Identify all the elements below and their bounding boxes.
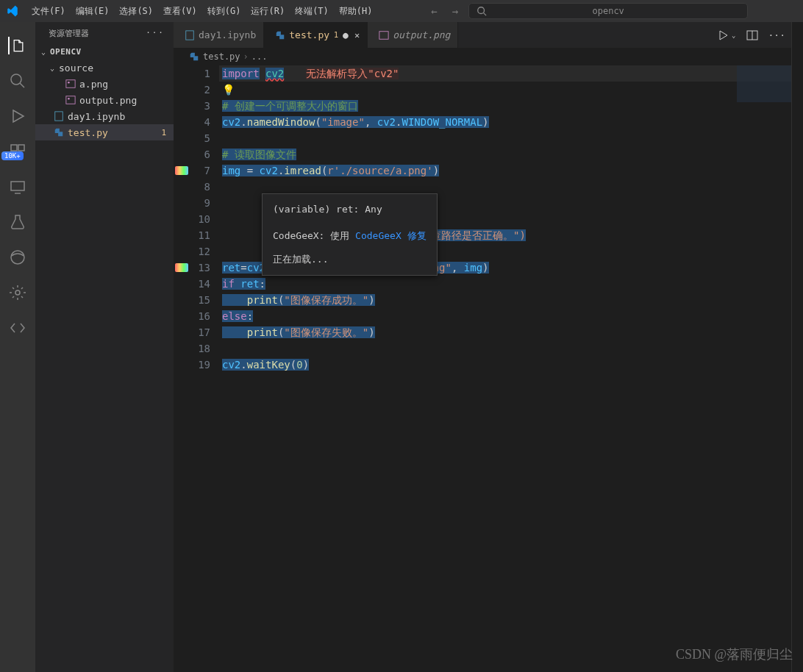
- image-file-icon: [378, 29, 390, 41]
- inline-error: 无法解析导入"cv2": [306, 68, 399, 79]
- svg-point-0: [478, 7, 485, 14]
- gutter-decoration-icon[interactable]: [174, 162, 190, 179]
- menu-selection[interactable]: 选择(S): [114, 5, 158, 18]
- code-token: # 读取图像文件: [222, 149, 296, 160]
- search-text: opencv: [593, 6, 624, 16]
- tab-outputpng[interactable]: output.png: [368, 22, 458, 48]
- menu-terminal[interactable]: 终端(T): [290, 5, 334, 18]
- tree-folder-source[interactable]: ⌄ source: [35, 60, 174, 76]
- tab-warning-badge: 1: [334, 31, 338, 39]
- svg-rect-11: [66, 80, 75, 88]
- menu-help[interactable]: 帮助(H): [334, 5, 378, 18]
- python-file-icon: [274, 29, 286, 41]
- nav-back-icon[interactable]: ←: [427, 5, 441, 17]
- menu-edit[interactable]: 编辑(E): [71, 5, 115, 18]
- tree-file-outputpng[interactable]: output.png: [35, 92, 174, 108]
- gutter-decoration-icon[interactable]: [174, 260, 190, 276]
- tree-file-apng[interactable]: a.png: [35, 76, 174, 92]
- titlebar: 文件(F) 编辑(E) 选择(S) 查看(V) 转到(G) 运行(R) 终端(T…: [0, 0, 803, 22]
- chevron-down-icon: ⌄: [50, 64, 59, 72]
- tree-file-day1[interactable]: day1.ipynb: [35, 108, 174, 124]
- codegeex-fix-link[interactable]: CodeGeeX 修复: [355, 230, 426, 241]
- tab-day1[interactable]: day1.ipynb: [174, 22, 264, 48]
- warning-count: 1: [161, 128, 166, 137]
- run-icon[interactable]: [717, 29, 729, 41]
- code-token: # 创建一个可调整大小的窗口: [222, 100, 358, 112]
- menu-view[interactable]: 查看(V): [158, 5, 202, 18]
- watermark: CSDN @落雨便归尘: [676, 646, 793, 663]
- svg-rect-17: [379, 31, 388, 39]
- hover-tooltip: (variable) ret: Any CodeGeeX: 使用 CodeGee…: [262, 193, 438, 276]
- svg-rect-13: [66, 96, 75, 104]
- chevron-down-icon: ⌄: [41, 48, 50, 56]
- svg-line-1: [484, 13, 487, 16]
- svg-line-3: [20, 83, 24, 87]
- split-editor-icon[interactable]: [746, 29, 758, 41]
- activity-bar: [0, 22, 35, 672]
- badge-10k: 10K+: [1, 151, 24, 160]
- sidebar: 资源管理器 ··· ⌄ OPENCV ⌄ source a.png output…: [35, 22, 174, 672]
- code-token: import: [222, 68, 260, 79]
- hover-codegeex: CodeGeeX: 使用 CodeGeeX 修复: [273, 228, 427, 244]
- image-file-icon: [65, 78, 76, 90]
- close-tab-icon[interactable]: ✕: [354, 30, 360, 40]
- more-actions-icon[interactable]: ···: [768, 29, 785, 40]
- command-center[interactable]: opencv: [468, 3, 748, 19]
- line-numbers: 123 456 789 101112 131415 161718 19: [190, 65, 219, 672]
- chevron-right-icon: ›: [243, 51, 249, 62]
- tree-file-testpy[interactable]: test.py 1: [35, 124, 174, 140]
- code-editor[interactable]: 123 456 789 101112 131415 161718 19 impo…: [174, 65, 791, 672]
- remote-icon[interactable]: [9, 178, 26, 196]
- editor-area: day1.ipynb test.py 1 ● ✕ output.png ⌄ ··…: [174, 22, 791, 672]
- minimap[interactable]: [737, 65, 791, 102]
- file-tree: ⌄ OPENCV ⌄ source a.png output.png day1.…: [35, 43, 174, 140]
- svg-rect-5: [18, 145, 24, 151]
- code-brackets-icon[interactable]: [9, 319, 26, 337]
- right-rail: [791, 22, 803, 672]
- dirty-dot-icon: ●: [343, 29, 349, 40]
- search-icon: [477, 6, 487, 16]
- python-file-icon: [188, 51, 200, 62]
- svg-rect-16: [186, 30, 194, 39]
- breadcrumb[interactable]: test.py › ...: [174, 48, 791, 65]
- image-file-icon: [65, 94, 76, 106]
- svg-point-12: [68, 82, 70, 84]
- svg-rect-4: [11, 145, 17, 151]
- hover-loading: 正在加载...: [273, 251, 427, 268]
- tab-bar: day1.ipynb test.py 1 ● ✕ output.png ⌄ ··…: [174, 22, 791, 48]
- code-token: cv2: [265, 68, 284, 79]
- svg-point-2: [11, 74, 21, 85]
- run-debug-icon[interactable]: [9, 107, 26, 125]
- hover-signature: (variable) ret: Any: [273, 201, 427, 218]
- testing-icon[interactable]: [9, 213, 26, 231]
- settings-gear-icon[interactable]: [9, 284, 26, 301]
- menu-go[interactable]: 转到(G): [202, 5, 246, 18]
- svg-point-14: [68, 98, 70, 100]
- svg-rect-15: [55, 112, 63, 121]
- vscode-logo-icon: [6, 4, 19, 18]
- tab-testpy[interactable]: test.py 1 ● ✕: [264, 22, 368, 48]
- menu-file[interactable]: 文件(F): [26, 5, 71, 18]
- tree-root[interactable]: ⌄ OPENCV: [35, 43, 174, 60]
- svg-point-10: [15, 290, 20, 295]
- notebook-file-icon: [184, 29, 196, 41]
- explorer-icon[interactable]: [8, 37, 26, 54]
- notebook-file-icon: [53, 110, 65, 122]
- sidebar-more-icon[interactable]: ···: [146, 28, 165, 39]
- menu-run[interactable]: 运行(R): [246, 5, 290, 18]
- run-dropdown-icon[interactable]: ⌄: [732, 32, 735, 39]
- search-nav-icon[interactable]: [9, 72, 26, 90]
- nav-forward-icon[interactable]: →: [448, 5, 463, 17]
- svg-point-9: [11, 251, 24, 264]
- sidebar-title: 资源管理器: [49, 28, 89, 39]
- edge-icon[interactable]: [9, 249, 26, 266]
- lightbulb-icon[interactable]: 💡: [222, 84, 235, 96]
- svg-rect-7: [11, 182, 24, 190]
- python-file-icon: [53, 126, 65, 138]
